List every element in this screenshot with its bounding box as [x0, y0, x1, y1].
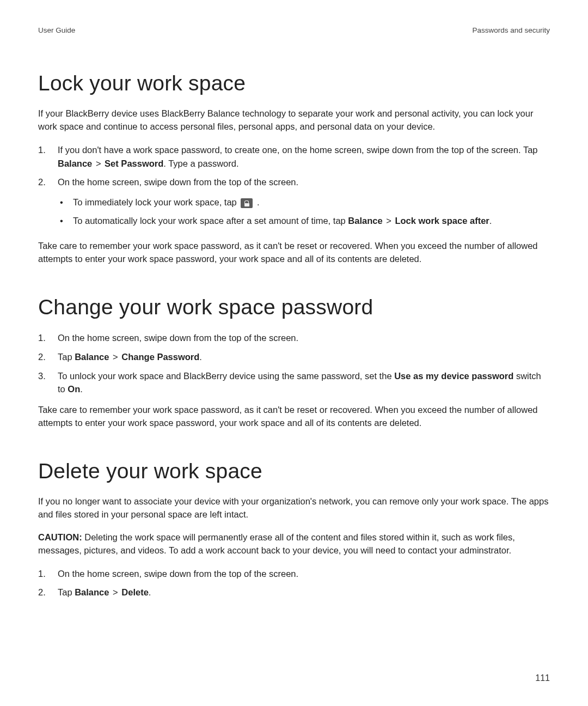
header-right: Passwords and security	[472, 26, 550, 34]
delete-intro: If you no longer want to associate your …	[38, 495, 550, 521]
section-title-delete: Delete your work space	[38, 459, 550, 483]
delete-step-1: 1. On the home screen, swipe down from t…	[38, 567, 550, 581]
step-number: 3.	[38, 369, 58, 397]
section-title-change: Change your work space password	[38, 295, 550, 319]
change-steps: 1. On the home screen, swipe down from t…	[38, 331, 550, 396]
change-note: Take care to remember your work space pa…	[38, 404, 550, 430]
lock-intro: If your BlackBerry device uses BlackBerr…	[38, 107, 550, 133]
lock-sub-1: • To immediately lock your work space, t…	[58, 196, 550, 210]
step-number: 2.	[38, 175, 58, 232]
header-left: User Guide	[38, 26, 75, 34]
section-title-lock: Lock your work space	[38, 71, 550, 95]
step-content: On the home screen, swipe down from the …	[58, 175, 550, 232]
step-content: If you don't have a work space password,…	[58, 143, 550, 171]
bullet-icon: •	[58, 196, 73, 210]
step-content: To unlock your work space and BlackBerry…	[58, 369, 550, 397]
lock-substeps: • To immediately lock your work space, t…	[58, 196, 550, 228]
lock-steps: 1. If you don't have a work space passwo…	[38, 143, 550, 232]
change-step-1: 1. On the home screen, swipe down from t…	[38, 331, 550, 345]
lock-step-2: 2. On the home screen, swipe down from t…	[38, 175, 550, 232]
step-content: On the home screen, swipe down from the …	[58, 331, 550, 345]
delete-step-2: 2. Tap Balance > Delete.	[38, 586, 550, 599]
lock-sub-2: • To automatically lock your work space …	[58, 214, 550, 228]
step-number: 1.	[38, 567, 58, 581]
caution-label: CAUTION:	[38, 532, 82, 542]
delete-caution: CAUTION: Deleting the work space will pe…	[38, 531, 550, 557]
bullet-icon: •	[58, 214, 73, 228]
change-step-2: 2. Tap Balance > Change Password.	[38, 350, 550, 364]
step-content: Tap Balance > Delete.	[58, 586, 550, 599]
page-number: 111	[535, 673, 550, 683]
step-number: 2.	[38, 586, 58, 599]
change-step-3: 3. To unlock your work space and BlackBe…	[38, 369, 550, 397]
step-content: On the home screen, swipe down from the …	[58, 567, 550, 581]
lock-icon	[241, 198, 253, 208]
step-number: 2.	[38, 350, 58, 364]
step-number: 1.	[38, 143, 58, 171]
page-header: User Guide Passwords and security	[38, 26, 550, 34]
step-number: 1.	[38, 331, 58, 345]
lock-note: Take care to remember your work space pa…	[38, 240, 550, 266]
lock-step-1: 1. If you don't have a work space passwo…	[38, 143, 550, 171]
delete-steps: 1. On the home screen, swipe down from t…	[38, 567, 550, 600]
step-content: Tap Balance > Change Password.	[58, 350, 550, 364]
